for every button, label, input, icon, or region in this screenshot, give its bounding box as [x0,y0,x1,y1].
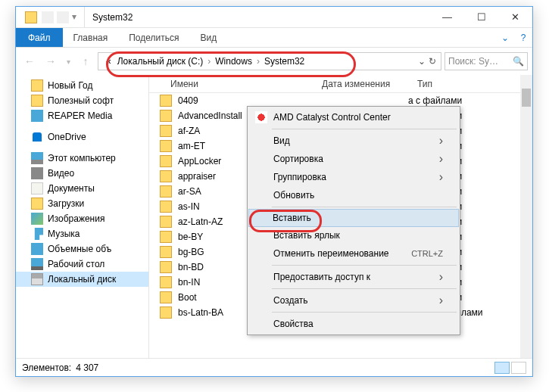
tree-item[interactable]: Изображения [16,211,148,226]
chevron-right-icon[interactable]: › [255,56,261,67]
tree-item-label: REAPER Media [48,110,112,121]
folder-icon [160,125,172,137]
tree-item[interactable]: Документы [16,181,148,196]
help-icon[interactable]: ? [514,28,532,47]
tree-item[interactable]: Рабочий стол [16,257,148,272]
folder-icon [160,306,172,319]
window-title: System32 [92,12,133,23]
column-headers: Имени Дата изменения Тип [149,75,532,93]
close-button[interactable]: ✕ [498,7,532,28]
ctx-view[interactable]: Вид› [249,132,458,150]
ctx-paste-shortcut[interactable]: Вставить ярлык [249,226,458,244]
separator [272,129,457,129]
folder-icon [160,110,172,122]
tree-item[interactable]: Полезный софт [16,93,148,108]
nav-forward-button[interactable]: → [42,52,60,70]
ctx-sort[interactable]: Сортировка› [249,150,458,168]
folder-icon [160,201,172,213]
ctx-refresh[interactable]: Обновить [249,186,458,204]
col-date[interactable]: Дата изменения [316,79,411,89]
view-details-button[interactable] [494,362,510,374]
address-row: ← → ▾ ↑ « Локальный диск (C:) › Windows … [16,48,532,75]
tree-item-label: Полезный софт [48,95,114,106]
separator [272,265,457,266]
folder-icon [160,155,172,167]
nav-back-button[interactable]: ← [20,52,39,70]
nav-tree[interactable]: Новый ГодПолезный софтREAPER MediaOneDri… [16,75,149,358]
tree-item[interactable]: Музыка [16,226,148,241]
breadcrumb[interactable]: System32 [261,56,307,67]
folder-icon [31,198,43,210]
qat-item[interactable] [57,11,69,23]
window-controls: — ☐ ✕ [430,7,532,28]
mus-icon [31,228,43,240]
tab-share[interactable]: Поделиться [118,28,189,47]
minimize-button[interactable]: — [430,7,464,28]
folder-icon [160,140,172,152]
tree-item[interactable]: OneDrive [16,129,148,145]
tree-item[interactable]: Этот компьютер [16,151,148,166]
chevron-right-icon: › [439,152,443,166]
tree-item-label: Музыка [48,229,80,239]
folder-icon [31,95,43,107]
quick-access-toolbar: ▾ [20,7,85,27]
ctx-paste[interactable]: Вставить [248,209,459,227]
tree-item[interactable]: Объемные объ [16,241,148,257]
tree-item-label: Новый Год [48,80,92,91]
tree-item[interactable]: Видео [16,166,148,181]
chevron-down-icon[interactable]: ▾ [72,11,80,23]
address-bar[interactable]: « Локальный диск (C:) › Windows › System… [98,52,441,70]
vertical-scrollbar[interactable] [520,75,532,358]
search-placeholder: Поиск: Sy… [448,56,498,67]
status-bar: Элементов: 4 307 [16,358,532,376]
chevron-right-icon: › [439,294,443,307]
ctx-share[interactable]: Предоставить доступ к› [249,268,458,286]
view-icons-button[interactable] [511,362,526,374]
folder-icon [160,276,172,288]
ctx-properties[interactable]: Свойства [249,315,458,333]
col-name[interactable]: Имени [164,79,316,89]
status-count: 4 307 [76,362,98,373]
file-tab[interactable]: Файл [16,28,63,47]
desk-icon [31,258,43,270]
tree-item[interactable]: Локальный диск [16,272,148,287]
qat-item[interactable] [42,11,54,23]
nav-history-button[interactable]: ▾ [63,52,73,70]
chevron-right-icon: › [439,270,443,284]
pic-icon [31,213,43,225]
folder-icon [31,79,43,92]
ctx-amd[interactable]: AMD Catalyst Control Center [249,108,458,126]
expand-ribbon-icon[interactable]: ⌄ [496,28,514,47]
ctx-undo-rename[interactable]: Отменить переименованиеCTRL+Z [249,244,458,263]
scroll-thumb[interactable] [522,89,531,107]
folder-icon [160,95,172,107]
tree-item-label: Изображения [48,213,104,224]
view-switcher [494,362,526,374]
tree-item[interactable]: Новый Год [16,78,148,93]
refresh-icon[interactable]: ↻ [429,56,436,67]
od-icon [31,131,43,143]
drive-icon [31,273,43,285]
nav-up-button[interactable]: ↑ [76,52,95,70]
chevron-right-icon[interactable]: › [206,56,212,67]
tab-home[interactable]: Главная [63,28,119,47]
ctx-group[interactable]: Группировка› [249,168,458,186]
tree-item[interactable]: REAPER Media [16,108,148,123]
breadcrumb[interactable]: Локальный диск (C:) [114,56,207,67]
tree-item[interactable]: Загрузки [16,196,148,211]
separator [272,288,457,289]
context-menu: AMD Catalyst Control Center Вид› Сортиро… [247,106,460,335]
breadcrumb[interactable]: Windows [212,56,255,67]
search-input[interactable]: Поиск: Sy… 🔍 [445,52,528,70]
tab-view[interactable]: Вид [189,28,227,47]
search-icon: 🔍 [513,56,524,67]
maximize-button[interactable]: ☐ [464,7,498,28]
status-label: Элементов: [22,362,71,373]
pc-icon [31,152,43,164]
address-dropdown-icon[interactable]: ⌄ [418,56,426,67]
tree-item-label: Документы [48,183,95,194]
cell-type: а с файлами [408,95,532,106]
col-type[interactable]: Тип [411,79,532,89]
cube-icon [31,243,43,255]
ctx-new[interactable]: Создать› [249,291,458,310]
